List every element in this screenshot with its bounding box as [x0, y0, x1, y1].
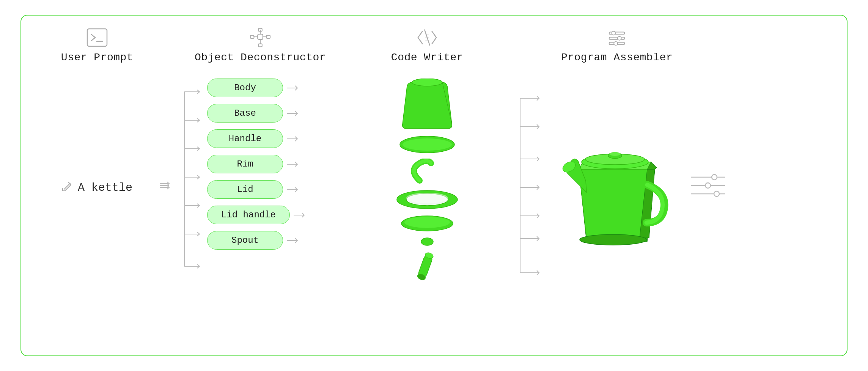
parts-tree: Body Base Handle	[181, 79, 340, 280]
arrow-body	[287, 84, 300, 92]
code-writer-title: Code Writer	[391, 52, 463, 63]
assembler-header: Program Assembler	[561, 27, 673, 63]
assembled-kettle-visual	[556, 132, 678, 263]
prompt-content: A kettle	[62, 181, 132, 195]
arrow-spout	[287, 236, 300, 245]
deconstructor-header: Object Deconstructor	[195, 27, 326, 63]
part-pill-lid-handle: Lid handle	[207, 206, 290, 224]
svg-point-34	[412, 79, 442, 86]
part-pill-lid: Lid	[207, 180, 283, 199]
object-deconstructor-column: Object Deconstructor	[181, 27, 340, 344]
svg-point-71	[714, 191, 719, 197]
svg-point-42	[421, 238, 433, 245]
settings-icon	[605, 27, 628, 48]
part-row-spout: Spout	[207, 231, 340, 250]
svg-rect-0	[87, 29, 107, 46]
network-icon	[249, 27, 272, 48]
svg-line-30	[425, 30, 430, 45]
arrow-base	[287, 109, 300, 118]
code-icon	[416, 27, 439, 48]
part-pill-spout: Spout	[207, 231, 283, 250]
part-visual-body	[393, 79, 461, 132]
main-frame: User Prompt A kettle	[20, 15, 848, 356]
part-row-rim: Rim	[207, 155, 340, 173]
part-pill-rim: Rim	[207, 155, 283, 173]
part-row-lid: Lid	[207, 180, 340, 199]
deconstructor-title: Object Deconstructor	[195, 52, 326, 63]
svg-point-41	[404, 217, 450, 228]
exploded-parts-visual	[340, 79, 514, 286]
tree-lines-svg	[181, 79, 207, 280]
code-writer-column: Code Writer	[340, 27, 514, 344]
part-pill-base: Base	[207, 104, 283, 123]
svg-point-63	[610, 152, 620, 156]
svg-point-55	[612, 31, 615, 35]
part-visual-rim	[389, 188, 465, 211]
svg-rect-6	[258, 34, 263, 39]
arrow-lid-handle	[294, 211, 307, 219]
part-visual-spout	[412, 252, 442, 286]
arrow-lid	[287, 186, 300, 194]
part-visual-base	[393, 134, 461, 155]
part-row-body: Body	[207, 79, 340, 97]
part-row-base: Base	[207, 104, 340, 123]
user-prompt-column: User Prompt A kettle	[36, 27, 158, 344]
program-assembler-column: Program Assembler	[545, 27, 689, 344]
part-pill-body: Body	[207, 79, 283, 97]
arrow-rim	[287, 160, 300, 168]
svg-rect-12	[258, 44, 262, 47]
svg-rect-56	[609, 37, 625, 39]
part-visual-handle	[393, 159, 461, 185]
code-writer-header: Code Writer	[391, 27, 463, 63]
assembler-title: Program Assembler	[561, 52, 673, 63]
kettle-3d-svg	[556, 132, 678, 261]
part-visual-lid-handle	[416, 236, 439, 247]
prompt-text: A kettle	[78, 181, 132, 194]
svg-point-69	[705, 183, 711, 188]
right-sliders	[689, 27, 727, 344]
svg-point-65	[580, 234, 646, 245]
svg-point-36	[403, 138, 452, 151]
codewriter-to-assembler-connector	[514, 27, 545, 344]
svg-point-57	[618, 36, 621, 40]
user-prompt-title: User Prompt	[61, 52, 133, 63]
parts-pills: Body Base Handle	[207, 79, 340, 250]
user-prompt-header: User Prompt	[61, 27, 133, 63]
arrow-handle	[287, 135, 300, 143]
part-visual-lid	[397, 214, 458, 233]
svg-point-59	[614, 41, 618, 45]
pencil-icon	[62, 181, 72, 195]
sliders-svg	[691, 170, 725, 201]
terminal-icon	[86, 27, 108, 48]
part-row-handle: Handle	[207, 129, 340, 148]
user-to-dec-connector	[158, 27, 181, 344]
part-row-lid-handle: Lid handle	[207, 206, 340, 224]
part-pill-handle: Handle	[207, 129, 283, 148]
svg-point-67	[712, 174, 717, 180]
svg-point-39	[406, 193, 448, 203]
